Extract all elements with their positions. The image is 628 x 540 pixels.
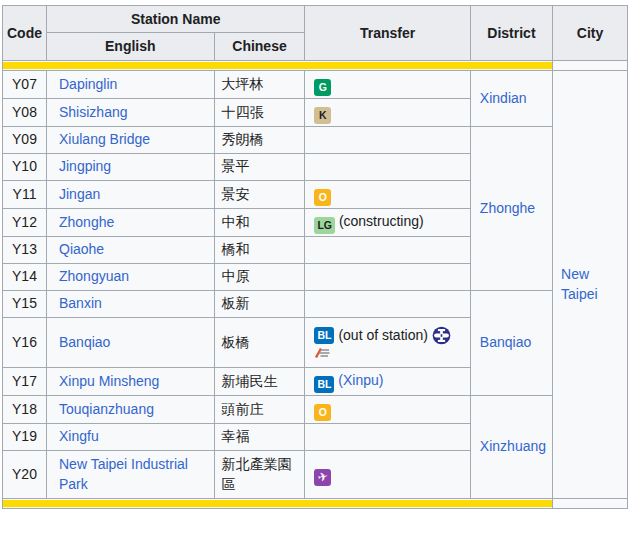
line-color-bar-bottom <box>3 498 553 508</box>
transfer-cell <box>305 423 470 450</box>
district-link-xindian[interactable]: Xindian <box>480 90 527 106</box>
station-code: Y09 <box>3 126 47 153</box>
transfer-cell: K <box>305 98 470 126</box>
col-header-station-name: Station Name <box>47 6 305 33</box>
table-row: Y18 Touqianzhuang 頭前庄 O Xinzhuang <box>3 395 628 423</box>
airport-mrt-badge-icon[interactable]: ✈ <box>314 469 331 486</box>
station-link[interactable]: Banxin <box>59 295 102 311</box>
transfer-cell: ✈ <box>305 450 470 498</box>
station-chinese: 新北產業園區 <box>214 450 305 498</box>
transfer-note: (out of station) <box>338 325 428 345</box>
col-header-transfer: Transfer <box>305 6 470 61</box>
green-line-badge-icon[interactable]: G <box>314 79 331 96</box>
transfer-cell <box>305 126 470 153</box>
station-chinese: 板新 <box>214 290 305 317</box>
tra-railway-logo-icon[interactable] <box>432 326 451 345</box>
district-link-zhonghe[interactable]: Zhonghe <box>480 200 535 216</box>
station-code: Y10 <box>3 153 47 180</box>
transfer-cell <box>305 263 470 290</box>
lightgreen-line-badge-icon[interactable]: LG <box>314 217 335 234</box>
station-chinese: 幸福 <box>214 423 305 450</box>
station-chinese: 橋和 <box>214 236 305 263</box>
station-chinese: 新埔民生 <box>214 367 305 395</box>
station-chinese: 大坪林 <box>214 70 305 98</box>
transfer-cell: BL (out of station) <box>305 317 470 367</box>
col-header-district: District <box>470 6 552 61</box>
col-header-code: Code <box>3 6 47 61</box>
station-link[interactable]: Zhonghe <box>59 214 114 230</box>
station-code: Y08 <box>3 98 47 126</box>
station-link[interactable]: Banqiao <box>59 334 110 350</box>
station-code: Y07 <box>3 70 47 98</box>
station-chinese: 景平 <box>214 153 305 180</box>
ankeng-lrt-badge-icon[interactable]: K <box>314 107 331 124</box>
col-header-english: English <box>47 33 215 60</box>
station-link[interactable]: Xinpu Minsheng <box>59 373 159 389</box>
station-link[interactable]: Xiulang Bridge <box>59 131 150 147</box>
transfer-cell: BL (Xinpu) <box>305 367 470 395</box>
line-color-bar-top <box>3 60 553 70</box>
station-chinese: 頭前庄 <box>214 395 305 423</box>
thsr-logo-icon[interactable] <box>314 346 331 359</box>
station-code: Y14 <box>3 263 47 290</box>
transfer-cell: O <box>305 180 470 208</box>
station-link[interactable]: Xingfu <box>59 428 99 444</box>
station-code: Y16 <box>3 317 47 367</box>
station-code: Y18 <box>3 395 47 423</box>
station-link[interactable]: Touqianzhuang <box>59 401 154 417</box>
station-link[interactable]: New Taipei Industrial Park <box>59 456 188 492</box>
station-link[interactable]: Jingping <box>59 158 111 174</box>
station-chinese: 十四張 <box>214 98 305 126</box>
station-chinese: 景安 <box>214 180 305 208</box>
transfer-cell: O <box>305 395 470 423</box>
station-code: Y12 <box>3 208 47 236</box>
station-chinese: 中原 <box>214 263 305 290</box>
orange-line-badge-icon[interactable]: O <box>314 404 331 421</box>
transfer-cell <box>305 290 470 317</box>
stations-table: Code Station Name Transfer District City… <box>2 5 628 509</box>
blue-line-badge-icon[interactable]: BL <box>314 327 334 344</box>
station-code: Y19 <box>3 423 47 450</box>
station-link[interactable]: Jingan <box>59 186 100 202</box>
station-link[interactable]: Dapinglin <box>59 76 117 92</box>
table-row: Y09 Xiulang Bridge 秀朗橋 Zhonghe <box>3 126 628 153</box>
station-chinese: 板橋 <box>214 317 305 367</box>
transfer-cell: LG (constructing) <box>305 208 470 236</box>
transfer-note: (constructing) <box>339 213 424 229</box>
station-code: Y20 <box>3 450 47 498</box>
table-row: Y15 Banxin 板新 Banqiao <box>3 290 628 317</box>
station-chinese: 秀朗橋 <box>214 126 305 153</box>
station-link[interactable]: Qiaohe <box>59 241 104 257</box>
city-link-new-taipei[interactable]: New Taipei <box>561 266 598 302</box>
station-code: Y15 <box>3 290 47 317</box>
orange-line-badge-icon[interactable]: O <box>314 189 331 206</box>
transfer-cell: G <box>305 70 470 98</box>
transfer-cell <box>305 153 470 180</box>
transfer-cell <box>305 236 470 263</box>
blue-line-badge-icon[interactable]: BL <box>314 376 334 393</box>
station-link[interactable]: Zhongyuan <box>59 268 129 284</box>
district-link-xinzhuang[interactable]: Xinzhuang <box>480 438 546 454</box>
district-link-banqiao[interactable]: Banqiao <box>480 334 531 350</box>
station-link[interactable]: Shisizhang <box>59 104 128 120</box>
station-code: Y11 <box>3 180 47 208</box>
table-row: Y07 Dapinglin 大坪林 G Xindian New Taipei <box>3 70 628 98</box>
col-header-chinese: Chinese <box>214 33 305 60</box>
station-chinese: 中和 <box>214 208 305 236</box>
city-spacer-cell <box>553 498 628 508</box>
city-spacer-cell <box>553 60 628 70</box>
station-code: Y17 <box>3 367 47 395</box>
transfer-station-link[interactable]: (Xinpu) <box>338 372 383 388</box>
station-code: Y13 <box>3 236 47 263</box>
col-header-city: City <box>553 6 628 61</box>
